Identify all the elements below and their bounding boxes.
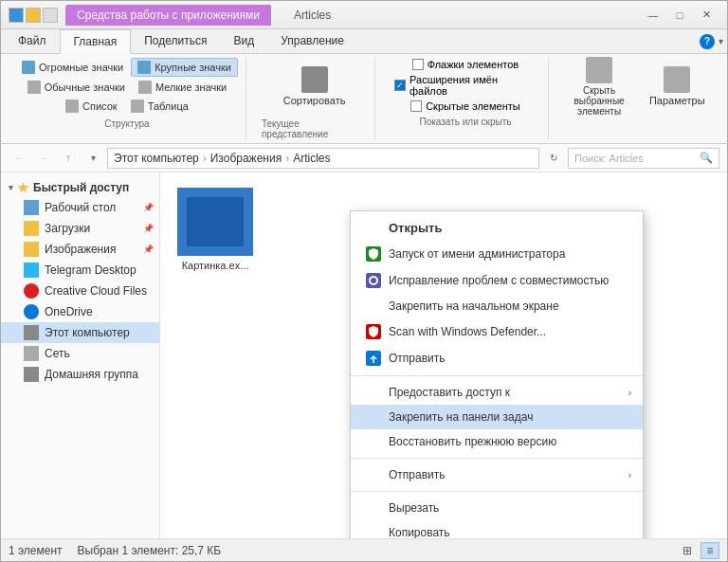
minimize-button[interactable]: — xyxy=(640,6,666,25)
cc-icon xyxy=(24,283,39,299)
search-icon[interactable]: 🔍 xyxy=(700,152,713,164)
sidebar-item-network[interactable]: Сеть xyxy=(1,343,159,364)
downloads-folder-icon xyxy=(24,221,39,236)
ribbon-btn-table[interactable]: Таблица xyxy=(125,98,194,115)
onedrive-icon xyxy=(24,304,39,319)
huge-icons-icon xyxy=(22,61,35,74)
grid-view-button[interactable]: ⊞ xyxy=(678,542,697,559)
checkbox-hidden[interactable]: Скрытые элементы xyxy=(407,100,524,113)
ribbon-tab-manage[interactable]: Управление xyxy=(267,29,357,53)
sidebar-item-onedrive[interactable]: OneDrive xyxy=(1,301,159,322)
network-icon xyxy=(24,346,39,361)
sidebar-item-images[interactable]: Изображения 📌 xyxy=(1,239,159,260)
ctx-sep-1 xyxy=(351,375,643,376)
recent-button[interactable]: ▾ xyxy=(82,148,103,169)
ribbon-btn-hide-selected[interactable]: Скрыть выбранные элементы xyxy=(564,53,635,120)
ribbon-tab-view[interactable]: Вид xyxy=(220,29,267,53)
list-icon xyxy=(65,100,79,113)
back-button[interactable]: ← xyxy=(9,148,29,169)
ctx-sep-2 xyxy=(351,458,643,459)
ribbon-btn-sort[interactable]: Сортировать xyxy=(276,63,354,110)
telegram-folder-icon xyxy=(24,263,39,278)
maximize-button[interactable]: □ xyxy=(666,6,693,25)
status-bar: 1 элемент Выбран 1 элемент: 25,7 КБ ⊞ ≡ xyxy=(1,538,727,561)
breadcrumb-part1[interactable]: Этот компьютер xyxy=(114,152,199,165)
ribbon-btn-large-icons[interactable]: Крупные значки xyxy=(131,58,238,77)
ribbon-tab-share[interactable]: Поделиться xyxy=(131,29,220,53)
ribbon-btn-list[interactable]: Список xyxy=(60,98,123,115)
sidebar-item-downloads[interactable]: Загрузки 📌 xyxy=(1,218,159,239)
ctx-item-compat[interactable]: Исправление проблем с совместимостью xyxy=(351,267,643,294)
sidebar: ▾ ★ Быстрый доступ Рабочий стол 📌 Загруз… xyxy=(1,172,160,538)
search-box[interactable]: Поиск: Articles 🔍 xyxy=(568,148,719,169)
ribbon-group-params: Скрыть выбранные элементы Параметры xyxy=(556,58,719,139)
breadcrumb[interactable]: Этот компьютер › Изображения › Articles xyxy=(107,148,539,169)
sidebar-item-network-label: Сеть xyxy=(45,347,70,360)
ribbon-btn-small-icons[interactable]: Мелкие значки xyxy=(133,79,232,96)
ribbon-btn-normal-icons[interactable]: Обычные значки xyxy=(22,79,131,96)
ctx-item-open[interactable]: Открыть xyxy=(351,215,643,241)
pin-icon-downloads: 📌 xyxy=(143,224,154,233)
ctx-item-cut[interactable]: Вырезать xyxy=(351,496,643,520)
ctx-item-share-access[interactable]: Предоставить доступ к › xyxy=(351,380,643,405)
ribbon-btn-params[interactable]: Параметры xyxy=(643,63,712,110)
close-button[interactable]: ✕ xyxy=(693,6,719,25)
sidebar-item-homegroup[interactable]: Домашняя группа xyxy=(1,364,159,385)
computer-icon xyxy=(24,325,39,340)
ctx-item-restore-version[interactable]: Восстановить прежнюю версию xyxy=(351,429,643,454)
sidebar-item-desktop[interactable]: Рабочий стол 📌 xyxy=(1,197,159,218)
tab-articles[interactable]: Articles xyxy=(282,5,342,26)
ribbon-btn-huge-icons[interactable]: Огромные значки xyxy=(16,58,129,77)
large-icons-icon xyxy=(137,61,151,74)
ribbon-expand-icon[interactable]: ▾ xyxy=(719,36,723,46)
breadcrumb-part3[interactable]: Articles xyxy=(293,152,330,165)
flags-checkbox[interactable] xyxy=(412,59,424,70)
extensions-checkbox[interactable]: ✓ xyxy=(394,80,406,91)
ctx-item-pin-start[interactable]: Закрепить на начальном экране xyxy=(351,294,643,318)
sidebar-quick-access-header[interactable]: ▾ ★ Быстрый доступ xyxy=(1,176,159,197)
window-controls: — □ ✕ xyxy=(640,6,719,25)
context-menu: Открыть Запуск от имени администратора И… xyxy=(350,210,644,538)
ctx-item-send2[interactable]: Отправить › xyxy=(351,462,643,487)
ribbon-tabs: Файл Главная Поделиться Вид Управление ?… xyxy=(1,29,727,54)
defender-icon xyxy=(366,324,381,339)
sidebar-item-cc-files[interactable]: Creative Cloud Files xyxy=(1,281,159,301)
star-icon: ★ xyxy=(17,180,29,195)
status-right: ⊞ ≡ xyxy=(678,542,719,559)
ctx-item-pin-taskbar[interactable]: Закрепить на панели задач xyxy=(351,405,643,429)
shield-icon xyxy=(366,246,381,262)
ctx-item-run-as-admin[interactable]: Запуск от имени администратора xyxy=(351,241,643,267)
file-thumbnail xyxy=(177,188,253,256)
ctx-item-send1[interactable]: Отправить xyxy=(351,345,643,372)
checkbox-flags[interactable]: Флажки элементов xyxy=(409,58,522,71)
params-icon xyxy=(664,66,690,93)
small-icons-icon xyxy=(138,81,152,94)
tab-tools[interactable]: Средства работы с приложениями xyxy=(65,5,271,26)
hidden-checkbox[interactable] xyxy=(410,100,422,112)
file-item[interactable]: Картинка.ex... xyxy=(168,180,263,279)
up-button[interactable]: ↑ xyxy=(58,148,79,169)
ribbon-help-icon[interactable]: ? xyxy=(700,34,715,49)
images-folder-icon xyxy=(24,242,39,257)
refresh-button[interactable]: ↻ xyxy=(543,148,564,169)
checkbox-extensions[interactable]: ✓ Расширения имён файлов xyxy=(391,73,539,98)
ribbon-tab-home[interactable]: Главная xyxy=(60,29,132,54)
normal-icons-icon xyxy=(27,81,41,94)
ctx-item-copy[interactable]: Копировать xyxy=(351,520,643,538)
breadcrumb-sep1: › xyxy=(203,152,207,165)
list-view-button[interactable]: ≡ xyxy=(701,542,719,559)
sidebar-item-this-computer[interactable]: Этот компьютер xyxy=(1,322,159,343)
file-thumb-inner xyxy=(187,197,244,246)
breadcrumb-part2[interactable]: Изображения xyxy=(210,152,282,165)
sort-icon xyxy=(301,66,328,93)
status-selected: Выбран 1 элемент: 25,7 КБ xyxy=(78,544,222,557)
sidebar-item-telegram-label: Telegram Desktop xyxy=(45,263,136,277)
address-bar: ← → ↑ ▾ Этот компьютер › Изображения › A… xyxy=(1,144,727,172)
homegroup-icon xyxy=(24,367,39,382)
forward-button[interactable]: → xyxy=(33,148,54,169)
sidebar-item-telegram[interactable]: Telegram Desktop xyxy=(1,260,159,281)
pin-icon-images: 📌 xyxy=(143,245,154,254)
ribbon-tab-file[interactable]: Файл xyxy=(5,29,60,53)
ctx-item-defender[interactable]: Scan with Windows Defender... xyxy=(351,318,643,345)
svg-point-0 xyxy=(370,277,377,284)
